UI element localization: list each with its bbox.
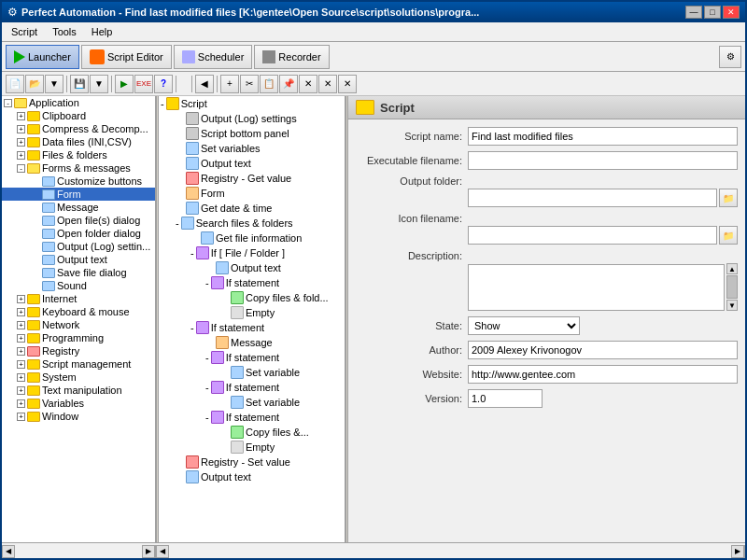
tree-item-openfolder[interactable]: Open folder dialog <box>2 227 155 240</box>
prop-input-website[interactable] <box>468 365 738 384</box>
script-item-empty2[interactable]: Empty <box>159 440 345 455</box>
script-item-searchfiles[interactable]: - Search files & folders <box>159 216 345 231</box>
prop-input-scriptname[interactable] <box>468 127 738 146</box>
script-item-if2[interactable]: - If statement <box>159 320 345 335</box>
browse-iconfn-button[interactable]: 📁 <box>719 226 738 245</box>
minimize-button[interactable]: — <box>685 6 702 19</box>
script-item-bottompanel[interactable]: Script bottom panel <box>159 126 345 141</box>
expander-script-root[interactable]: - <box>161 98 164 109</box>
tree-item-form[interactable]: Form <box>2 188 155 201</box>
expander-if4[interactable]: - <box>205 382 209 393</box>
script-item-outputtext3[interactable]: Output text <box>159 469 345 484</box>
expander-if5[interactable]: - <box>205 412 209 423</box>
editor-button[interactable]: Script Editor <box>81 45 172 69</box>
save-button[interactable]: 💾 <box>70 75 89 93</box>
expander-if1[interactable]: - <box>205 277 209 288</box>
paste-cmd-button[interactable]: 📌 <box>279 75 298 93</box>
maximize-button[interactable]: □ <box>704 6 721 19</box>
scheduler-button[interactable]: Scheduler <box>174 45 253 69</box>
script-item-message[interactable]: Message <box>159 335 345 350</box>
tree-item-outputtext[interactable]: Output text <box>2 253 155 266</box>
expander-internet[interactable]: + <box>17 295 25 303</box>
prop-select-state[interactable]: Show Hide Minimize <box>468 316 580 335</box>
prop-input-outputfolder[interactable] <box>468 189 717 207</box>
expander-clipboard[interactable]: + <box>17 112 25 120</box>
script-item-setvar2[interactable]: Set variable <box>159 395 345 410</box>
expander-files[interactable]: + <box>17 151 25 160</box>
run-exe-button[interactable]: EXE <box>134 75 153 93</box>
open-button[interactable]: 📂 <box>25 75 44 93</box>
script-item-copyfiles2[interactable]: Copy files &... <box>159 425 345 440</box>
tree-item-compress[interactable]: + Compress & Decomp... <box>2 122 155 135</box>
menu-script[interactable]: Script <box>6 24 43 39</box>
tree-item-internet[interactable]: + Internet <box>2 292 155 305</box>
expander-application[interactable]: - <box>4 99 12 107</box>
script-item-copyfiles1[interactable]: Copy files & fold... <box>159 290 345 305</box>
prop-input-iconfn[interactable] <box>468 226 717 245</box>
expander-datafiles[interactable]: + <box>17 138 25 147</box>
script-item-datetime[interactable]: Get date & time <box>159 201 345 216</box>
launcher-button[interactable]: Launcher <box>6 45 79 69</box>
mid-scroll-left[interactable]: ◀ <box>156 545 169 558</box>
menu-tools[interactable]: Tools <box>47 24 82 39</box>
script-item-regsetval[interactable]: Registry - Set value <box>159 455 345 469</box>
expander-programming[interactable]: + <box>17 334 25 343</box>
prop-input-author[interactable] <box>468 341 738 359</box>
script-item-if-file[interactable]: - If [ File / Folder ] <box>159 245 345 260</box>
scroll-up-btn[interactable]: ▲ <box>726 263 738 274</box>
scroll-down-btn[interactable]: ▼ <box>726 300 738 311</box>
script-item-outputtext1[interactable]: Output text <box>159 156 345 171</box>
expander-if3[interactable]: - <box>205 352 209 363</box>
save-dropdown[interactable]: ▼ <box>90 75 108 93</box>
help-button[interactable]: ? <box>154 75 173 93</box>
menu-help[interactable]: Help <box>86 24 119 39</box>
left-scroll-left[interactable]: ◀ <box>2 545 15 558</box>
script-item-outputlog[interactable]: Output (Log) settings <box>159 111 345 126</box>
run-button[interactable]: ▶ <box>115 75 134 93</box>
script-item-setvar1[interactable]: Set variable <box>159 365 345 380</box>
del3-cmd-button[interactable]: ✕ <box>338 75 357 93</box>
script-item-if4[interactable]: - If statement <box>159 380 345 395</box>
recorder-button[interactable]: Recorder <box>254 45 329 69</box>
script-item-outputtext2[interactable]: Output text <box>159 260 345 275</box>
expander-variables[interactable]: + <box>17 399 25 408</box>
del2-cmd-button[interactable]: ✕ <box>318 75 337 93</box>
browse-outputfolder-button[interactable]: 📁 <box>719 189 738 207</box>
prop-input-version[interactable] <box>468 389 543 408</box>
tree-item-system[interactable]: + System <box>2 371 155 384</box>
tree-item-forms[interactable]: - Forms & messages <box>2 161 155 175</box>
expander-system[interactable]: + <box>17 373 25 382</box>
tree-item-programming[interactable]: + Programming <box>2 331 155 344</box>
tree-item-datafiles[interactable]: + Data files (INI,CSV) <box>2 135 155 148</box>
expander-forms[interactable]: - <box>17 164 25 173</box>
tree-item-message[interactable]: Message <box>2 201 155 214</box>
expander-network[interactable]: + <box>17 321 25 329</box>
prop-textarea-desc[interactable] <box>468 264 725 311</box>
dropdown-button[interactable]: ▼ <box>45 75 63 93</box>
script-item-if1[interactable]: - If statement <box>159 275 345 290</box>
script-item-reggetval[interactable]: Registry - Get value <box>159 171 345 186</box>
script-item-if5[interactable]: - If statement <box>159 410 345 425</box>
tree-item-keyboard[interactable]: + Keyboard & mouse <box>2 305 155 318</box>
expander-window[interactable]: + <box>17 413 25 421</box>
script-item-root[interactable]: - Script <box>159 96 345 111</box>
add-cmd-button[interactable]: + <box>220 75 239 93</box>
new-button[interactable]: 📄 <box>6 75 24 93</box>
expander-scriptmgmt[interactable]: + <box>17 360 25 369</box>
tree-item-application[interactable]: - Application <box>2 96 155 109</box>
tree-item-sound[interactable]: Sound <box>2 279 155 292</box>
expander-if2[interactable]: - <box>190 322 194 333</box>
mid-scroll-right[interactable]: ▶ <box>731 545 744 558</box>
tree-item-outputlog[interactable]: Output (Log) settin... <box>2 240 155 253</box>
script-item-setvars[interactable]: Set variables <box>159 141 345 156</box>
tree-item-window[interactable]: + Window <box>2 410 155 423</box>
tree-item-customize[interactable]: Customize buttons <box>2 175 155 188</box>
tree-item-registry[interactable]: + Registry <box>2 344 155 357</box>
tree-item-network[interactable]: + Network <box>2 318 155 331</box>
expander-compress[interactable]: + <box>17 125 25 133</box>
settings-button[interactable]: ⚙ <box>719 46 741 68</box>
tree-item-textmanip[interactable]: + Text manipulation <box>2 384 155 397</box>
tree-item-openfile[interactable]: Open file(s) dialog <box>2 214 155 227</box>
tree-item-files[interactable]: + Files & folders <box>2 148 155 161</box>
expander-registry[interactable]: + <box>17 347 25 356</box>
